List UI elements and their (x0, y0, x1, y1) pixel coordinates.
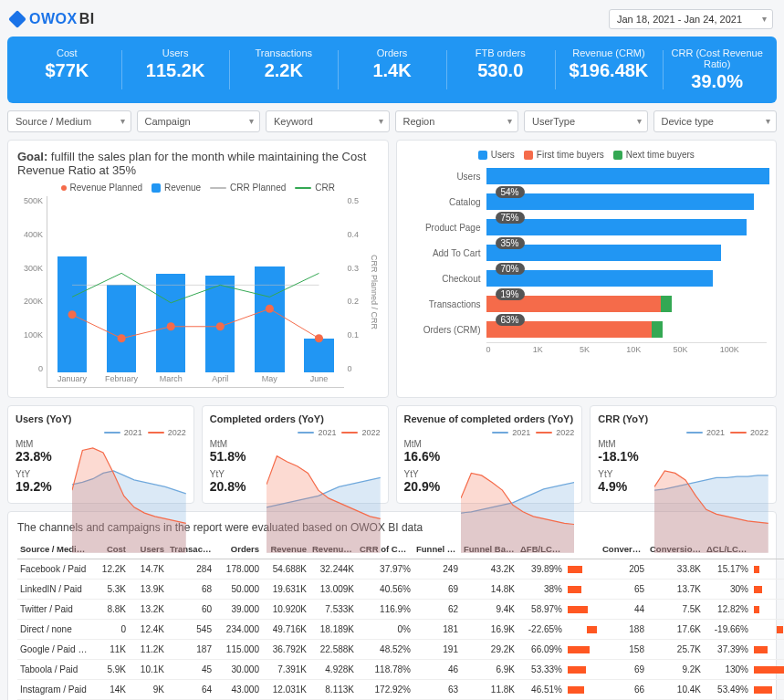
svg-point-2 (167, 322, 175, 330)
table-cell: 30.000 (214, 660, 262, 680)
table-cell: -22.65% (517, 620, 565, 640)
delta-bar (568, 646, 590, 653)
table-cell: 4.928K (309, 660, 357, 680)
table-cell: 49.716K (262, 620, 309, 640)
funnel-stage-label: Orders (CRM) (406, 325, 486, 335)
filter-row: Source / MediumCampaignKeywordRegionUser… (7, 110, 777, 132)
table-cell: 60 (167, 600, 214, 620)
table-cell: 13.9K (129, 580, 167, 600)
yty-label: YtY (598, 469, 654, 479)
table-cell (565, 600, 600, 620)
kpi-label: Users (125, 47, 226, 58)
table-cell: 29.2K (461, 640, 517, 660)
table-cell: 53.49% (704, 680, 751, 700)
table-cell: 172.92% (357, 680, 413, 700)
filter-dropdown[interactable]: Source / Medium (7, 110, 131, 132)
table-header[interactable]: Funnel Based Orders (413, 539, 461, 559)
table-cell: 13.7K (647, 580, 704, 600)
table-cell: 66 (600, 680, 647, 700)
filter-dropdown[interactable]: Campaign (137, 110, 261, 132)
funnel-conversion-badge: 35% (496, 237, 525, 249)
table-cell (565, 559, 600, 580)
yty-value: 20.9% (404, 479, 461, 494)
funnel-segment (652, 321, 663, 338)
table-cell: 11K (90, 640, 129, 660)
kpi-label: Orders (341, 47, 443, 58)
delta-bar (568, 686, 584, 694)
date-range-picker[interactable]: Jan 18, 2021 - Jan 24, 2021 (609, 9, 773, 29)
kpi-value: $77K (16, 60, 118, 81)
svg-point-1 (118, 334, 126, 342)
goal-panel: Goal: fulfill the sales plan for the mon… (7, 140, 389, 398)
table-cell: 48.52% (357, 640, 413, 660)
table-row: Google / Paid Se..11K11.2K187115.00036.7… (17, 640, 784, 660)
table-cell: 187 (167, 640, 214, 660)
table-cell: 12.031K (262, 680, 309, 700)
delta-bar (754, 646, 768, 653)
delta-bar (568, 586, 581, 593)
table-header[interactable]: Conversion Lift Orders (600, 539, 647, 559)
table-cell: 9.4K (461, 600, 517, 620)
svg-point-4 (266, 305, 274, 313)
table-cell: 69 (413, 580, 461, 600)
funnel-conversion-badge: 63% (496, 314, 525, 326)
table-cell: 7.391K (262, 660, 309, 680)
table-header[interactable]: Orders (214, 539, 262, 559)
table-cell (751, 680, 784, 700)
table-cell: 69 (600, 660, 647, 680)
table-cell: 44 (600, 600, 647, 620)
kpi-label: Cost (16, 47, 118, 58)
delta-bar (568, 666, 586, 674)
table-cell: 118.78% (357, 660, 413, 680)
table-cell: 30% (704, 580, 751, 600)
date-range-value: Jan 18, 2021 - Jan 24, 2021 (617, 14, 742, 25)
top-bar: OWOX BI Jan 18, 2021 - Jan 24, 2021 (7, 7, 777, 37)
kpi-value: 115.2K (125, 60, 226, 81)
funnel-stage-label: Transactions (406, 299, 486, 309)
filter-dropdown[interactable]: Device type (653, 110, 778, 132)
table-cell: 13.2K (129, 600, 167, 620)
table-cell: 10.1K (129, 660, 167, 680)
table-cell: 11.2K (129, 640, 167, 660)
table-cell: 181 (413, 620, 461, 640)
funnel-row: Orders (CRM) (406, 317, 768, 342)
table-cell: 46.51% (517, 680, 565, 700)
funnel-conversion-badge: 54% (496, 186, 525, 198)
legend-rev: Revenue (164, 183, 201, 193)
channels-table: Source / MediumCostUsersTransactionsOrde… (17, 539, 784, 700)
funnel-segment (486, 219, 747, 235)
mtm-label: MtM (404, 439, 461, 449)
table-row: Twitter / Paid8.8K13.2K6039.00010.920K7.… (17, 600, 784, 620)
kpi-tile: Users115.2K (121, 46, 230, 94)
filter-dropdown[interactable]: Keyword (266, 110, 390, 132)
table-cell: 12.82% (704, 600, 751, 620)
table-cell: Twitter / Paid (17, 600, 90, 620)
table-cell (751, 660, 784, 680)
svg-point-0 (68, 310, 76, 319)
delta-bar (777, 626, 783, 633)
table-cell (751, 640, 784, 660)
table-cell: 178.000 (214, 559, 262, 580)
table-cell: 32.244K (309, 559, 357, 580)
table-cell: 191 (413, 640, 461, 660)
yoy-card: CRR (YoY) 20212022 MtM -18.1% YtY 4.9% (590, 405, 777, 504)
table-cell (565, 680, 600, 700)
funnel-stage-label: Catalog (406, 197, 486, 207)
funnel-conversion-badge: 75% (496, 212, 525, 224)
funnel-segment (486, 193, 754, 210)
delta-bar (754, 606, 759, 613)
table-cell: 7.5K (647, 600, 704, 620)
table-cell: 130% (704, 660, 751, 680)
goal-label: Goal: (17, 150, 47, 163)
table-cell: Instagram / Paid (17, 680, 90, 700)
filter-dropdown[interactable]: UserType (524, 110, 648, 132)
kpi-label: Revenue (CRM) (559, 47, 660, 58)
delta-bar (587, 626, 597, 633)
filter-dropdown[interactable]: Region (395, 110, 519, 132)
delta-bar (754, 566, 759, 573)
table-cell: 8.8K (90, 600, 129, 620)
funnel-row: Add To Cart70% (406, 240, 768, 266)
logo-text-b: BI (79, 11, 95, 27)
kpi-tile: CRR (Cost Revenue Ratio)39.0% (663, 46, 771, 94)
svg-point-3 (216, 322, 225, 330)
